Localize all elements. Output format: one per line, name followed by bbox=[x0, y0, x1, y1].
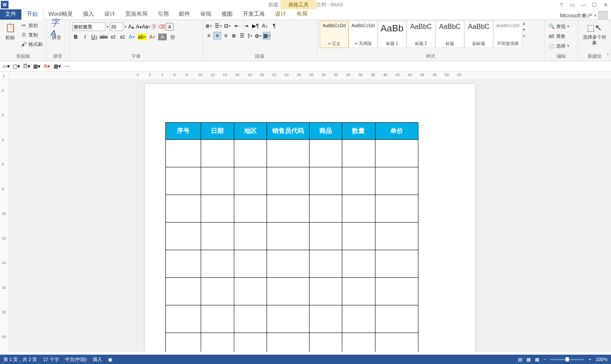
status-words[interactable]: 17 个字 bbox=[43, 356, 59, 363]
subscript-button[interactable]: x2 bbox=[110, 34, 117, 40]
italic-button[interactable]: I bbox=[82, 34, 88, 40]
tab-table-design[interactable]: 设计 bbox=[270, 8, 291, 20]
style-item-1[interactable]: AaBbCcDd↵ 无间隔 bbox=[349, 21, 378, 48]
style-item-6[interactable]: AaBbCcDd不明显强调 bbox=[493, 21, 522, 48]
table-cell[interactable] bbox=[166, 250, 201, 278]
table-cell[interactable] bbox=[342, 305, 375, 333]
cut-button[interactable]: ✂剪切 bbox=[20, 22, 43, 29]
zoom-level[interactable]: 100% bbox=[596, 357, 608, 362]
table-cell[interactable] bbox=[267, 305, 309, 333]
qat-item-2[interactable]: ▢▾ bbox=[13, 63, 20, 70]
bold-button[interactable]: B bbox=[72, 34, 79, 40]
table-header-0[interactable]: 序号 bbox=[166, 123, 201, 140]
find-button[interactable]: 🔍查找▾ bbox=[547, 23, 570, 30]
table-row[interactable] bbox=[166, 167, 418, 195]
document-area[interactable]: 序号日期地区销售员代码商品数量单价 bbox=[9, 80, 611, 352]
decrease-indent-button[interactable]: ⇤ bbox=[233, 23, 240, 29]
table-cell[interactable] bbox=[267, 167, 309, 195]
table-row[interactable] bbox=[166, 305, 418, 333]
table-cell[interactable] bbox=[309, 140, 342, 167]
table-cell[interactable] bbox=[309, 223, 342, 250]
table-cell[interactable] bbox=[201, 167, 234, 195]
table-header-4[interactable]: 商品 bbox=[309, 123, 342, 140]
table-row[interactable] bbox=[166, 250, 418, 278]
select-button[interactable]: ⬚选择▾ bbox=[547, 42, 570, 50]
table-cell[interactable] bbox=[201, 195, 234, 223]
table-cell[interactable] bbox=[166, 167, 201, 195]
table-cell[interactable] bbox=[234, 167, 267, 195]
char-shading-button[interactable]: A bbox=[158, 34, 167, 40]
table-cell[interactable] bbox=[342, 333, 375, 352]
table-header-2[interactable]: 地区 bbox=[234, 123, 267, 140]
table-cell[interactable] bbox=[309, 195, 342, 223]
char-border-button[interactable]: ㊞ bbox=[169, 34, 176, 40]
table-cell[interactable] bbox=[166, 195, 201, 223]
style-item-3[interactable]: AaBbC标题 2 bbox=[406, 21, 435, 48]
styles-more-button[interactable]: ▴▾≡ bbox=[522, 21, 530, 38]
zoom-in-button[interactable]: + bbox=[588, 357, 591, 362]
view-print-icon[interactable]: ▤ bbox=[518, 357, 522, 362]
qat-font-color[interactable]: A▾ bbox=[43, 63, 50, 70]
view-read-icon[interactable]: ▦ bbox=[526, 357, 531, 362]
show-marks-button[interactable]: ¶ bbox=[271, 23, 278, 29]
copy-button[interactable]: ⎘复制 bbox=[20, 31, 43, 39]
table-header-6[interactable]: 单价 bbox=[375, 123, 418, 140]
tab-view[interactable]: 视图 bbox=[216, 8, 238, 20]
table-cell[interactable] bbox=[375, 250, 418, 278]
table-header-5[interactable]: 数量 bbox=[342, 123, 375, 140]
select-multiple-objects-button[interactable]: ⬚↖ 选择多个对象 bbox=[581, 21, 608, 46]
table-cell[interactable] bbox=[342, 195, 375, 223]
tab-table-layout[interactable]: 布局 bbox=[291, 8, 313, 20]
table-cell[interactable] bbox=[166, 140, 201, 167]
zoom-out-button[interactable]: − bbox=[543, 357, 546, 362]
minimize-icon[interactable]: — bbox=[578, 2, 589, 8]
enclose-char-button[interactable]: A bbox=[166, 23, 173, 31]
sort-button[interactable]: A↓ bbox=[261, 23, 268, 29]
strike-button[interactable]: abc bbox=[100, 34, 107, 40]
table-cell[interactable] bbox=[166, 305, 201, 333]
table-cell[interactable] bbox=[309, 333, 342, 352]
table-cell[interactable] bbox=[342, 167, 375, 195]
style-item-4[interactable]: AaBbC标题 bbox=[435, 21, 464, 48]
close-icon[interactable]: ✕ bbox=[600, 2, 611, 8]
borders-button[interactable]: ▦▾ bbox=[263, 32, 270, 40]
table-cell[interactable] bbox=[234, 333, 267, 352]
status-macro-icon[interactable]: ▣ bbox=[108, 357, 112, 362]
align-left-button[interactable]: ≡ bbox=[205, 32, 212, 39]
qat-item-4[interactable]: ▦▾ bbox=[33, 63, 40, 70]
help-icon[interactable]: ? bbox=[556, 2, 567, 8]
table-cell[interactable] bbox=[267, 223, 309, 250]
highlight-button[interactable]: ab▾ bbox=[138, 34, 146, 40]
table-cell[interactable] bbox=[267, 140, 309, 167]
status-page[interactable]: 第 1 页，共 2 页 bbox=[3, 356, 37, 363]
tab-references[interactable]: 引用 bbox=[153, 8, 174, 20]
clear-format-button[interactable]: ⌫ bbox=[158, 23, 165, 30]
table-cell[interactable] bbox=[309, 278, 342, 305]
table-cell[interactable] bbox=[342, 250, 375, 278]
table-cell[interactable] bbox=[267, 278, 309, 305]
format-painter-button[interactable]: 🖌格式刷 bbox=[20, 40, 43, 48]
ribbon-display-icon[interactable]: ▭ bbox=[567, 2, 578, 8]
table-row[interactable] bbox=[166, 223, 418, 250]
table-cell[interactable] bbox=[166, 278, 201, 305]
table-cell[interactable] bbox=[375, 278, 418, 305]
status-mode[interactable]: 插入 bbox=[93, 356, 102, 363]
underline-button[interactable]: U▾ bbox=[91, 34, 98, 40]
table-cell[interactable] bbox=[309, 167, 342, 195]
distribute-button[interactable]: ☰ bbox=[239, 32, 245, 39]
increase-indent-button[interactable]: ⇥ bbox=[243, 23, 250, 29]
align-center-button[interactable]: ≡ bbox=[213, 32, 221, 40]
justify-button[interactable]: ≣ bbox=[230, 32, 237, 39]
table-cell[interactable] bbox=[267, 250, 309, 278]
tab-file[interactable]: 文件 bbox=[0, 8, 21, 20]
font-color-button[interactable]: A▾ bbox=[149, 34, 156, 40]
tab-pagelayout[interactable]: 页面布局 bbox=[120, 8, 153, 20]
table-cell[interactable] bbox=[234, 305, 267, 333]
font-size-input[interactable] bbox=[110, 23, 123, 31]
table-cell[interactable] bbox=[375, 195, 418, 223]
table-cell[interactable] bbox=[375, 223, 418, 250]
numbering-button[interactable]: ☰▾ bbox=[215, 23, 222, 29]
table-cell[interactable] bbox=[375, 305, 418, 333]
table-row[interactable] bbox=[166, 140, 418, 167]
ltr-button[interactable]: ▶¶ bbox=[252, 23, 259, 29]
